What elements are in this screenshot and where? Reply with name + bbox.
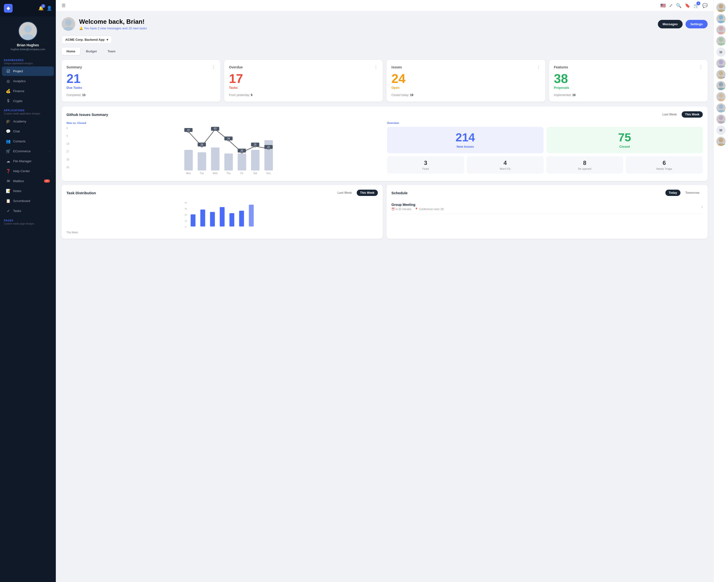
svg-rect-6 (211, 147, 219, 170)
right-avatar-m2[interactable]: M (717, 126, 726, 135)
stat-overdue-label: Tasks (229, 86, 378, 89)
main-area: ☰ 🇺🇸 ⤢ 🔍 🔖 🛒 5 💬 (56, 0, 728, 582)
stat-summary-menu[interactable]: ⋮ (212, 65, 215, 70)
svg-text:Sun: Sun (266, 172, 271, 175)
applications-section-label: APPLICATIONS Custom made application des… (0, 106, 56, 116)
finance-icon: 💰 (6, 89, 11, 93)
notifications-icon[interactable]: 🔔 3 (38, 6, 44, 11)
right-avatar-3[interactable] (717, 25, 726, 34)
app-selector[interactable]: ACME Corp. Backend App ▾ (62, 36, 112, 44)
sidebar-top-icons: 🔔 3 👤 (38, 6, 52, 11)
sidebar-header: ◆ 🔔 3 👤 (0, 0, 56, 17)
sidebar-item-crypto[interactable]: $ Crypto (2, 96, 54, 106)
sidebar-item-ecommerce[interactable]: 🛒 ECommerce › (2, 146, 54, 156)
stat-features-footer: Implemented: 16 (554, 93, 703, 97)
right-avatar-m1[interactable]: M (717, 48, 726, 57)
stat-features-label: Proposals (554, 86, 703, 89)
stat-overdue-menu[interactable]: ⋮ (374, 65, 378, 70)
stat-issues-menu[interactable]: ⋮ (537, 65, 540, 70)
right-avatar-9[interactable] (717, 103, 726, 113)
right-avatar-5[interactable] (717, 59, 726, 68)
bookmark-icon[interactable]: 🔖 (685, 3, 690, 8)
schedule-panel: Schedule Today Tomorrow Group Meeting ⏰ … (387, 185, 708, 239)
today-btn[interactable]: Today (666, 190, 680, 196)
right-avatar-6[interactable] (717, 70, 726, 79)
sidebar-item-helpcenter[interactable]: ❓ Help Center › (2, 166, 54, 176)
github-chart-svg: 42 28 43 34 20 25 (74, 127, 382, 175)
sidebar-item-filemanager[interactable]: ☁ File Manager (2, 157, 54, 166)
this-week-btn[interactable]: This Week (682, 111, 703, 118)
stat-features-number: 38 (554, 72, 703, 85)
sidebar-item-tasks[interactable]: ✓ Tasks (2, 206, 54, 216)
welcome-avatar (62, 17, 75, 31)
tab-budget[interactable]: Budget (81, 48, 102, 55)
svg-rect-45 (201, 210, 205, 226)
sidebar-item-analytics[interactable]: ◎ Analytics (2, 76, 54, 86)
tab-team[interactable]: Team (103, 48, 120, 55)
right-avatar-1[interactable] (717, 3, 726, 12)
stat-overdue-title: Overdue (229, 65, 243, 69)
hamburger-icon[interactable]: ☰ (62, 3, 66, 8)
right-avatar-11[interactable] (717, 137, 726, 146)
messages-button[interactable]: Messages (658, 20, 683, 28)
svg-rect-9 (251, 150, 260, 170)
stat-overdue-footer: From yesterday: 9 (229, 93, 378, 97)
stat-issues-label: Open (391, 86, 540, 89)
svg-point-69 (719, 116, 723, 120)
sidebar-item-academy[interactable]: 🎓 Academy (2, 117, 54, 126)
app-selector-label: ACME Corp. Backend App (65, 38, 105, 41)
content-area: ☰ 🇺🇸 ⤢ 🔍 🔖 🛒 5 💬 (56, 0, 713, 582)
flag-icon[interactable]: 🇺🇸 (660, 3, 666, 8)
stat-features-menu[interactable]: ⋮ (699, 65, 703, 70)
chart-section: New vs. Closed 4536271890 (67, 121, 703, 176)
svg-rect-10 (264, 140, 273, 170)
schedule-title: Schedule (391, 191, 408, 195)
task-last-week-btn[interactable]: Last Week (334, 190, 355, 196)
messages-icon[interactable]: 💬 (702, 3, 708, 8)
svg-rect-44 (191, 214, 196, 226)
analytics-icon: ◎ (6, 79, 11, 83)
sidebar-item-project[interactable]: ☑ Project (2, 66, 54, 76)
helpcenter-arrow: › (49, 170, 50, 172)
svg-text:10: 10 (184, 220, 187, 222)
tab-home[interactable]: Home (62, 48, 80, 55)
last-week-btn[interactable]: Last Week (659, 111, 680, 118)
user-menu-icon[interactable]: 👤 (47, 6, 52, 11)
sidebar-item-notes[interactable]: 📝 Notes (2, 186, 54, 196)
svg-text:20: 20 (184, 214, 187, 216)
app-logo[interactable]: ◆ (4, 4, 12, 12)
schedule-item-arrow[interactable]: › (702, 205, 703, 209)
mini-stat-wontfix: 4 Won't Fix (467, 156, 544, 174)
svg-point-59 (719, 60, 723, 64)
sidebar-item-scrumboard[interactable]: 📋 Scrumboard (2, 196, 54, 206)
right-avatar-8[interactable] (717, 92, 726, 101)
svg-point-55 (719, 26, 723, 31)
fullscreen-icon[interactable]: ⤢ (669, 3, 673, 8)
chat-icon: 💬 (6, 129, 11, 134)
app-selector-chevron: ▾ (106, 38, 108, 41)
right-avatar-7[interactable] (717, 81, 726, 90)
sidebar-item-mailbox[interactable]: ✉ Mailbox 27 (2, 176, 54, 186)
avatar-dot-8 (723, 99, 725, 101)
svg-text:Sat: Sat (253, 172, 257, 175)
svg-text:25: 25 (254, 143, 257, 146)
overview-grid: 214 New Issues 75 Closed (387, 127, 703, 153)
right-avatar-10[interactable] (717, 114, 726, 124)
settings-button[interactable]: Settings (685, 20, 708, 28)
closed-label: Closed (551, 145, 698, 148)
avatar-dot-11 (723, 144, 725, 146)
task-this-week-btn[interactable]: This Week (357, 190, 378, 196)
tomorrow-btn[interactable]: Tomorrow (682, 190, 703, 196)
svg-text:0: 0 (185, 226, 186, 228)
cart-icon[interactable]: 🛒 5 (694, 3, 699, 8)
user-section: Brian Hughes hughes.brian@company.com (0, 17, 56, 56)
sidebar-item-chat[interactable]: 💬 Chat (2, 127, 54, 136)
avatar-dot-10 (723, 121, 725, 123)
task-distribution-panel: Task Distribution Last Week This Week 0 … (62, 185, 383, 239)
search-icon[interactable]: 🔍 (676, 3, 681, 8)
y-axis-labels: 4536271890 (67, 127, 69, 169)
sidebar-item-contacts[interactable]: 👥 Contacts (2, 137, 54, 146)
right-avatar-2[interactable] (717, 14, 726, 23)
right-avatar-4[interactable] (717, 36, 726, 46)
sidebar-item-finance[interactable]: 💰 Finance (2, 86, 54, 96)
